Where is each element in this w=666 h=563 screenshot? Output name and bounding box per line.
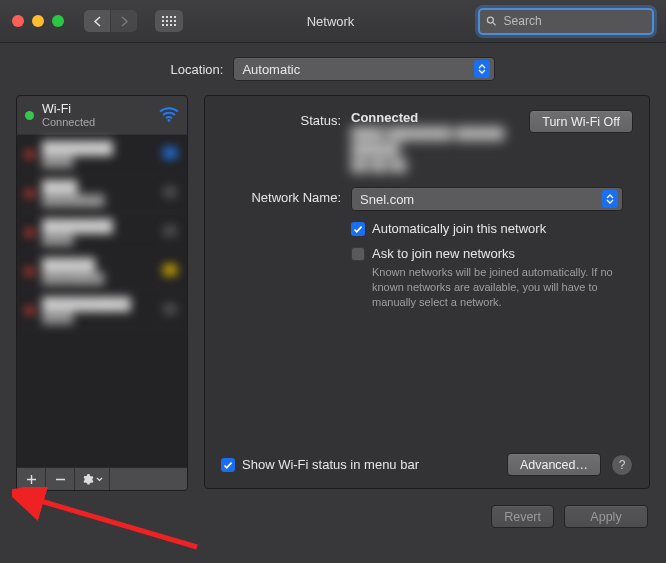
status-label: Status: [221, 110, 341, 173]
checkbox-unchecked-icon [351, 247, 365, 261]
service-icon [161, 223, 179, 239]
svg-rect-7 [174, 20, 176, 22]
svg-rect-18 [163, 264, 177, 276]
svg-rect-11 [174, 24, 176, 26]
svg-rect-1 [166, 16, 168, 18]
status-dot-icon [25, 111, 34, 120]
service-name: Wi-Fi [42, 102, 151, 116]
sidebar-footer [17, 467, 187, 490]
updown-arrows-icon [474, 60, 490, 78]
sidebar-item-service-4[interactable]: ██████████████ [17, 252, 187, 291]
svg-rect-3 [174, 16, 176, 18]
status-dot-icon [25, 228, 34, 237]
svg-rect-16 [163, 186, 177, 198]
ask-join-row: Ask to join new networks Known networks … [221, 246, 633, 310]
minimize-window-icon[interactable] [32, 15, 44, 27]
status-value: Connected [351, 110, 515, 125]
svg-rect-5 [166, 20, 168, 22]
service-status: ████████ [42, 272, 153, 284]
network-name-label: Network Name: [221, 187, 341, 211]
status-dot-icon [25, 306, 34, 315]
sidebar-item-service-2[interactable]: ████████████ [17, 174, 187, 213]
show-all-prefs-button[interactable] [155, 10, 183, 32]
apply-button: Apply [564, 505, 648, 528]
service-icon [161, 262, 179, 278]
auto-join-row: Automatically join this network [221, 221, 633, 236]
svg-rect-6 [170, 20, 172, 22]
ask-join-label: Ask to join new networks [372, 246, 515, 261]
search-field[interactable] [478, 8, 654, 35]
location-select[interactable]: Automatic [233, 57, 495, 81]
window-footer: Revert Apply [16, 505, 650, 528]
detail-panel: Status: Connected ████ ████████ ██████ █… [204, 95, 650, 489]
service-name: ██████████ [42, 297, 153, 311]
forward-button [111, 10, 137, 32]
svg-rect-8 [162, 24, 164, 26]
search-input[interactable] [502, 13, 646, 29]
sidebar-item-wifi[interactable]: Wi-FiConnected [17, 96, 187, 135]
wifi-icon [159, 106, 179, 122]
service-status: ████ [42, 311, 153, 323]
svg-rect-15 [163, 147, 177, 159]
gear-icon [81, 473, 94, 486]
svg-rect-2 [170, 16, 172, 18]
location-row: Location: Automatic [16, 57, 650, 81]
ask-join-checkbox[interactable]: Ask to join new networks Known networks … [351, 246, 633, 310]
search-icon [486, 15, 497, 27]
service-name: ████████ [42, 219, 153, 233]
svg-rect-17 [163, 225, 177, 237]
remove-service-button[interactable] [46, 468, 75, 490]
service-name: ██████ [42, 258, 153, 272]
ask-join-hint: Known networks will be joined automatica… [372, 265, 632, 310]
service-sidebar: Wi-FiConnected██████████████████████████… [16, 95, 188, 491]
chevron-down-icon [96, 477, 103, 482]
wifi-toggle-button[interactable]: Turn Wi-Fi Off [529, 110, 633, 133]
back-button[interactable] [84, 10, 111, 32]
svg-point-12 [487, 17, 493, 23]
network-name-select[interactable]: Snel.com [351, 187, 623, 211]
sidebar-item-service-5[interactable]: ██████████████ [17, 291, 187, 330]
status-dot-icon [25, 189, 34, 198]
auto-join-checkbox[interactable]: Automatically join this network [351, 221, 633, 236]
window-title: Network [193, 14, 468, 29]
nav-back-forward [84, 10, 137, 32]
service-name: ████████ [42, 141, 153, 155]
location-label: Location: [171, 62, 224, 77]
close-window-icon[interactable] [12, 15, 24, 27]
service-icon [161, 184, 179, 200]
service-status: ████████ [42, 194, 153, 206]
sidebar-item-service-1[interactable]: ████████████ [17, 135, 187, 174]
service-status: ████ [42, 155, 153, 167]
service-status: ████ [42, 233, 153, 245]
status-row: Status: Connected ████ ████████ ██████ █… [221, 110, 633, 173]
service-icon [161, 301, 179, 317]
help-button[interactable]: ? [611, 454, 633, 476]
svg-rect-10 [170, 24, 172, 26]
status-dot-icon [25, 150, 34, 159]
advanced-button[interactable]: Advanced… [507, 453, 601, 476]
panel-footer: Show Wi-Fi status in menu bar Advanced… … [221, 453, 633, 476]
titlebar: Network [0, 0, 666, 43]
network-name-value: Snel.com [360, 192, 414, 207]
svg-rect-19 [163, 303, 177, 315]
svg-rect-9 [166, 24, 168, 26]
svg-rect-4 [162, 20, 164, 22]
status-detail-obscured: ████ ████████ ██████ ████████ ██ ██ [351, 125, 515, 173]
status-dot-icon [25, 267, 34, 276]
service-actions-button[interactable] [75, 468, 110, 490]
add-service-button[interactable] [17, 468, 46, 490]
svg-rect-0 [162, 16, 164, 18]
show-status-checkbox[interactable]: Show Wi-Fi status in menu bar [221, 457, 419, 472]
show-status-label: Show Wi-Fi status in menu bar [242, 457, 419, 472]
service-icon [161, 145, 179, 161]
service-name: ████ [42, 180, 153, 194]
auto-join-label: Automatically join this network [372, 221, 546, 236]
checkbox-checked-icon [351, 222, 365, 236]
checkbox-checked-icon [221, 458, 235, 472]
service-list[interactable]: Wi-FiConnected██████████████████████████… [17, 96, 187, 467]
zoom-window-icon[interactable] [52, 15, 64, 27]
traffic-lights [12, 15, 64, 27]
sidebar-item-service-3[interactable]: ████████████ [17, 213, 187, 252]
location-value: Automatic [242, 62, 300, 77]
revert-button: Revert [491, 505, 554, 528]
